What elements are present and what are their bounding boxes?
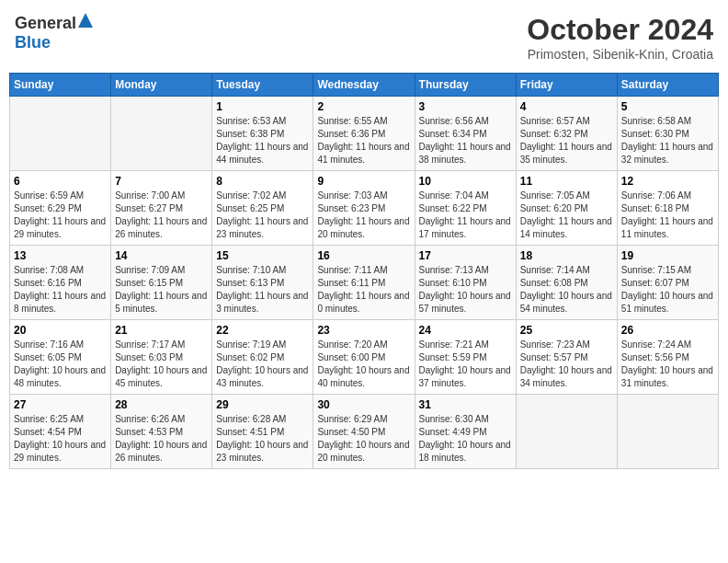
day-info: Sunrise: 6:55 AMSunset: 6:36 PMDaylight:… [317,115,410,167]
logo: General Blue [15,13,93,52]
day-number: 1 [216,100,309,113]
calendar-cell: 24Sunrise: 7:21 AMSunset: 5:59 PMDayligh… [415,320,516,395]
calendar-cell: 20Sunrise: 7:16 AMSunset: 6:05 PMDayligh… [10,320,111,395]
calendar-table: SundayMondayTuesdayWednesdayThursdayFrid… [9,73,719,469]
calendar-cell: 23Sunrise: 7:20 AMSunset: 6:00 PMDayligh… [313,320,415,395]
calendar-cell: 13Sunrise: 7:08 AMSunset: 6:16 PMDayligh… [10,246,111,320]
day-number: 26 [621,324,714,337]
day-number: 27 [14,398,107,411]
calendar-cell [617,395,718,469]
day-number: 2 [317,100,410,113]
calendar-cell: 3Sunrise: 6:56 AMSunset: 6:34 PMDaylight… [415,97,516,171]
day-number: 12 [621,175,714,188]
day-info: Sunrise: 6:30 AMSunset: 4:49 PMDaylight:… [419,413,512,465]
day-info: Sunrise: 7:10 AMSunset: 6:13 PMDaylight:… [216,264,309,316]
day-number: 22 [216,324,309,337]
weekday-header-saturday: Saturday [617,74,718,97]
day-number: 24 [419,324,512,337]
day-info: Sunrise: 7:17 AMSunset: 6:03 PMDaylight:… [115,339,208,390]
calendar-week-1: 1Sunrise: 6:53 AMSunset: 6:38 PMDaylight… [10,97,719,171]
day-info: Sunrise: 7:23 AMSunset: 5:57 PMDaylight:… [520,339,613,390]
day-info: Sunrise: 7:03 AMSunset: 6:23 PMDaylight:… [317,190,410,241]
day-info: Sunrise: 7:24 AMSunset: 5:56 PMDaylight:… [621,339,714,390]
calendar-cell: 31Sunrise: 6:30 AMSunset: 4:49 PMDayligh… [415,395,516,469]
day-info: Sunrise: 6:58 AMSunset: 6:30 PMDaylight:… [621,115,714,167]
calendar-cell: 17Sunrise: 7:13 AMSunset: 6:10 PMDayligh… [415,246,516,320]
day-number: 10 [419,175,512,188]
weekday-header-friday: Friday [516,74,617,97]
day-number: 16 [317,249,410,262]
day-number: 20 [14,324,107,337]
calendar-cell: 30Sunrise: 6:29 AMSunset: 4:50 PMDayligh… [313,395,415,469]
weekday-header-tuesday: Tuesday [212,74,313,97]
calendar-cell: 21Sunrise: 7:17 AMSunset: 6:03 PMDayligh… [111,320,212,395]
day-info: Sunrise: 6:28 AMSunset: 4:51 PMDaylight:… [216,413,309,465]
calendar-cell: 1Sunrise: 6:53 AMSunset: 6:38 PMDaylight… [212,97,313,171]
weekday-header-sunday: Sunday [10,74,111,97]
weekday-header-thursday: Thursday [415,74,516,97]
day-info: Sunrise: 7:06 AMSunset: 6:18 PMDaylight:… [621,190,714,241]
calendar-cell: 6Sunrise: 6:59 AMSunset: 6:29 PMDaylight… [10,171,111,246]
page-subtitle: Primosten, Sibenik-Knin, Croatia [527,47,713,62]
page-header: General Blue October 2024 Primosten, Sib… [9,9,719,65]
calendar-cell: 14Sunrise: 7:09 AMSunset: 6:15 PMDayligh… [111,246,212,320]
day-info: Sunrise: 7:21 AMSunset: 5:59 PMDaylight:… [419,339,512,390]
day-info: Sunrise: 7:16 AMSunset: 6:05 PMDaylight:… [14,339,107,390]
day-info: Sunrise: 6:29 AMSunset: 4:50 PMDaylight:… [317,413,410,465]
day-info: Sunrise: 6:25 AMSunset: 4:54 PMDaylight:… [14,413,107,465]
day-number: 30 [317,398,410,411]
day-number: 28 [115,398,208,411]
calendar-cell: 12Sunrise: 7:06 AMSunset: 6:18 PMDayligh… [617,171,718,246]
day-number: 4 [520,100,613,113]
day-number: 29 [216,398,309,411]
calendar-cell: 19Sunrise: 7:15 AMSunset: 6:07 PMDayligh… [617,246,718,320]
day-number: 5 [621,100,714,113]
day-number: 23 [317,324,410,337]
day-number: 18 [520,249,613,262]
day-number: 3 [419,100,512,113]
day-info: Sunrise: 7:02 AMSunset: 6:25 PMDaylight:… [216,190,309,241]
logo-general-text: General [15,14,76,33]
day-info: Sunrise: 7:08 AMSunset: 6:16 PMDaylight:… [14,264,107,316]
day-number: 6 [14,175,107,188]
logo-triangle-icon [78,13,93,31]
day-info: Sunrise: 6:26 AMSunset: 4:53 PMDaylight:… [115,413,208,465]
calendar-cell: 8Sunrise: 7:02 AMSunset: 6:25 PMDaylight… [212,171,313,246]
day-number: 13 [14,249,107,262]
calendar-cell: 16Sunrise: 7:11 AMSunset: 6:11 PMDayligh… [313,246,415,320]
calendar-cell: 9Sunrise: 7:03 AMSunset: 6:23 PMDaylight… [313,171,415,246]
day-number: 15 [216,249,309,262]
calendar-cell: 7Sunrise: 7:00 AMSunset: 6:27 PMDaylight… [111,171,212,246]
day-info: Sunrise: 7:15 AMSunset: 6:07 PMDaylight:… [621,264,714,316]
calendar-cell: 22Sunrise: 7:19 AMSunset: 6:02 PMDayligh… [212,320,313,395]
calendar-cell: 5Sunrise: 6:58 AMSunset: 6:30 PMDaylight… [617,97,718,171]
day-info: Sunrise: 7:05 AMSunset: 6:20 PMDaylight:… [520,190,613,241]
day-number: 7 [115,175,208,188]
svg-marker-0 [78,13,93,28]
day-number: 9 [317,175,410,188]
calendar-cell: 28Sunrise: 6:26 AMSunset: 4:53 PMDayligh… [111,395,212,469]
title-block: October 2024 Primosten, Sibenik-Knin, Cr… [527,13,713,62]
calendar-week-4: 20Sunrise: 7:16 AMSunset: 6:05 PMDayligh… [10,320,719,395]
day-info: Sunrise: 7:20 AMSunset: 6:00 PMDaylight:… [317,339,410,390]
day-info: Sunrise: 6:57 AMSunset: 6:32 PMDaylight:… [520,115,613,167]
day-number: 17 [419,249,512,262]
day-number: 19 [621,249,714,262]
day-number: 25 [520,324,613,337]
day-number: 8 [216,175,309,188]
day-number: 11 [520,175,613,188]
calendar-cell: 27Sunrise: 6:25 AMSunset: 4:54 PMDayligh… [10,395,111,469]
day-info: Sunrise: 7:19 AMSunset: 6:02 PMDaylight:… [216,339,309,390]
day-number: 31 [419,398,512,411]
calendar-cell: 26Sunrise: 7:24 AMSunset: 5:56 PMDayligh… [617,320,718,395]
day-info: Sunrise: 7:09 AMSunset: 6:15 PMDaylight:… [115,264,208,316]
calendar-week-5: 27Sunrise: 6:25 AMSunset: 4:54 PMDayligh… [10,395,719,469]
logo-blue-text: Blue [15,33,51,52]
day-number: 21 [115,324,208,337]
day-info: Sunrise: 7:13 AMSunset: 6:10 PMDaylight:… [419,264,512,316]
day-info: Sunrise: 7:04 AMSunset: 6:22 PMDaylight:… [419,190,512,241]
calendar-cell: 11Sunrise: 7:05 AMSunset: 6:20 PMDayligh… [516,171,617,246]
calendar-cell: 29Sunrise: 6:28 AMSunset: 4:51 PMDayligh… [212,395,313,469]
calendar-cell: 4Sunrise: 6:57 AMSunset: 6:32 PMDaylight… [516,97,617,171]
weekday-header-row: SundayMondayTuesdayWednesdayThursdayFrid… [10,74,719,97]
